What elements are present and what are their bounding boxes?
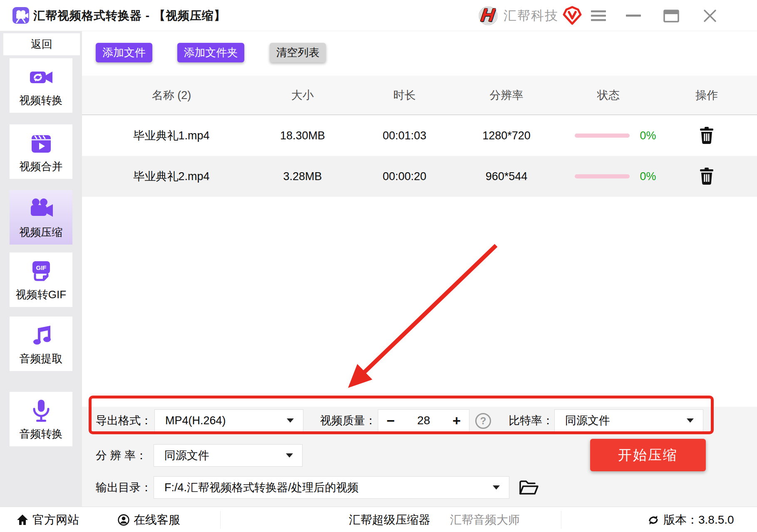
quality-value[interactable]: 28 <box>417 414 430 427</box>
chevron-down-icon <box>493 485 500 490</box>
quality-plus-button[interactable]: + <box>452 413 461 428</box>
maximize-icon <box>663 9 679 22</box>
svg-text:GIF: GIF <box>36 264 46 271</box>
delete-file-button[interactable] <box>669 127 745 144</box>
table-row: 毕业典礼2.mp4 3.28MB 00:00:20 960*544 0% <box>82 156 757 197</box>
progress-percent: 0% <box>640 129 656 142</box>
output-dir-label: 输出目录： <box>96 476 152 499</box>
close-button[interactable] <box>698 0 722 31</box>
quality-minus-button[interactable]: − <box>387 413 395 428</box>
output-dir-select[interactable]: F:/4.汇帮视频格式转换器/处理后的视频 <box>154 476 509 499</box>
col-duration: 时长 <box>344 88 465 103</box>
file-resolution: 1280*720 <box>465 129 548 142</box>
chevron-down-icon <box>286 453 293 458</box>
col-size: 大小 <box>261 88 344 103</box>
audio-master-link[interactable]: 汇帮音频大师 <box>450 507 520 532</box>
file-table-header: 名称 (2) 大小 时长 分辨率 状态 操作 <box>82 76 757 115</box>
progress-bar <box>575 174 630 178</box>
file-duration: 00:00:20 <box>344 170 465 183</box>
trash-icon <box>699 127 714 144</box>
hamburger-icon <box>591 10 606 21</box>
sidebar-item-label: 视频压缩 <box>20 225 63 240</box>
footer: 官方网站 在线客服 汇帮超级压缩器 汇帮音频大师 版本：3.8.5.0 <box>0 507 757 532</box>
resolution-value: 同源文件 <box>164 448 286 463</box>
version-text: 版本：3.8.5.0 <box>663 512 734 528</box>
col-actions: 操作 <box>669 88 745 103</box>
online-service-link[interactable]: 在线客服 <box>118 507 180 532</box>
add-file-button[interactable]: 添加文件 <box>96 43 152 62</box>
file-name: 毕业典礼1.mp4 <box>82 128 261 143</box>
file-name: 毕业典礼2.mp4 <box>82 169 261 184</box>
maximize-button[interactable] <box>660 0 683 31</box>
version-info: 版本：3.8.5.0 <box>648 507 734 532</box>
customer-service-icon <box>118 514 129 526</box>
file-duration: 00:01:03 <box>344 129 465 142</box>
back-button[interactable]: 返回 <box>3 33 80 55</box>
brand-h-logo: H <box>478 5 499 26</box>
bitrate-label: 比特率： <box>509 409 553 432</box>
resolution-label: 分 辨 率： <box>96 444 147 467</box>
window-title: 汇帮视频格式转换器 - 【视频压缩】 <box>33 0 226 31</box>
resolution-select[interactable]: 同源文件 <box>154 444 303 467</box>
file-size: 18.30MB <box>261 129 344 142</box>
official-site-link[interactable]: 官方网站 <box>17 507 79 532</box>
titlebar: 汇帮视频格式转换器 - 【视频压缩】 H 汇帮科技 <box>0 0 757 31</box>
progress-bar <box>575 134 630 138</box>
close-icon <box>703 9 717 22</box>
chevron-down-icon <box>687 418 694 423</box>
clear-list-button[interactable]: 清空列表 <box>270 43 326 62</box>
bitrate-value: 同源文件 <box>565 413 687 428</box>
browse-folder-button[interactable] <box>518 479 539 497</box>
audio-extract-icon <box>29 323 54 348</box>
vip-gem-icon[interactable] <box>563 6 582 25</box>
sidebar-item-label: 视频合并 <box>20 159 63 174</box>
chevron-down-icon <box>287 418 294 423</box>
trash-icon <box>699 168 714 185</box>
col-resolution: 分辨率 <box>465 88 548 103</box>
video-compress-icon <box>29 197 54 222</box>
quality-help-button[interactable]: ? <box>475 413 491 429</box>
sidebar-item-label: 音频转换 <box>20 427 63 441</box>
progress-percent: 0% <box>640 170 656 183</box>
sidebar-item-label: 音频提取 <box>20 351 63 366</box>
audio-convert-icon <box>29 398 54 423</box>
super-compressor-link[interactable]: 汇帮超级压缩器 <box>349 507 430 532</box>
video-merge-icon <box>29 131 54 156</box>
start-compress-button[interactable]: 开始压缩 <box>590 439 706 471</box>
footer-divider <box>220 511 221 529</box>
video-convert-icon <box>29 65 54 90</box>
home-icon <box>17 514 28 525</box>
minimize-button[interactable] <box>622 0 645 31</box>
sidebar-item-video-compress[interactable]: 视频压缩 <box>10 190 72 245</box>
sidebar-item-audio-extract[interactable]: 音频提取 <box>10 317 72 371</box>
sidebar-item-video-convert[interactable]: 视频转换 <box>10 58 72 113</box>
refresh-icon <box>648 514 659 526</box>
app-logo-icon <box>12 7 29 24</box>
export-format-value: MP4(H.264) <box>165 414 287 427</box>
quality-stepper: − 28 + <box>378 409 469 432</box>
sidebar-item-video-gif[interactable]: GIF 视频转GIF <box>10 252 72 307</box>
video-gif-icon: GIF <box>29 259 54 284</box>
sidebar-item-audio-convert[interactable]: 音频转换 <box>10 392 72 446</box>
col-name: 名称 (2) <box>82 88 261 103</box>
delete-file-button[interactable] <box>669 168 745 185</box>
folder-open-icon <box>518 479 539 496</box>
add-folder-button[interactable]: 添加文件夹 <box>177 43 244 62</box>
brand-name: 汇帮科技 <box>504 0 558 31</box>
export-format-label: 导出格式： <box>96 409 152 432</box>
export-format-select[interactable]: MP4(H.264) <box>154 409 303 432</box>
file-size: 3.28MB <box>261 170 344 183</box>
sidebar-item-label: 视频转换 <box>20 93 63 108</box>
video-quality-label: 视频质量： <box>320 409 376 432</box>
footer-divider <box>561 511 561 529</box>
table-row: 毕业典礼1.mp4 18.30MB 00:01:03 1280*720 0% <box>82 115 757 156</box>
sidebar-item-video-merge[interactable]: 视频合并 <box>10 124 72 179</box>
output-dir-value: F:/4.汇帮视频格式转换器/处理后的视频 <box>164 480 493 495</box>
menu-button[interactable] <box>587 0 610 31</box>
bitrate-select[interactable]: 同源文件 <box>554 409 703 432</box>
file-resolution: 960*544 <box>465 170 548 183</box>
app-window: 汇帮视频格式转换器 - 【视频压缩】 H 汇帮科技 <box>0 0 757 532</box>
col-status: 状态 <box>548 88 669 103</box>
minimize-icon <box>626 15 641 17</box>
sidebar-item-label: 视频转GIF <box>16 287 66 302</box>
